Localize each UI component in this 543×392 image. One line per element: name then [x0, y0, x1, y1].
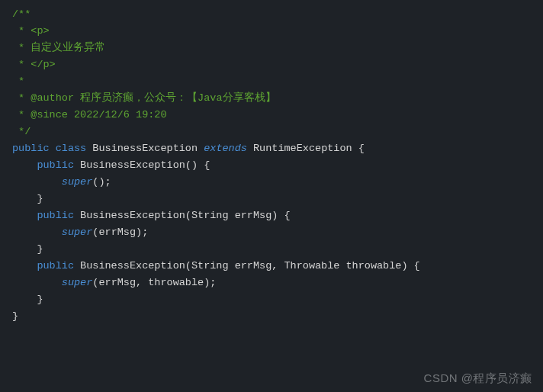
- comment-line: * 自定义业务异常: [12, 40, 531, 56]
- comment-line: /**: [12, 6, 531, 23]
- comment-line: */: [12, 124, 531, 140]
- comment-line: * </p>: [12, 56, 531, 73]
- watermark-text: CSDN @程序员济癫: [424, 370, 532, 387]
- close-brace: }: [12, 241, 531, 258]
- code-block: /** * <p> * 自定义业务异常 * </p> * * @author 程…: [12, 6, 531, 325]
- close-brace: }: [12, 291, 531, 308]
- constructor-body: super(errMsg);: [12, 224, 531, 241]
- constructor-body: super();: [12, 174, 531, 191]
- comment-line: * @author 程序员济癫，公众号：【Java分享客栈】: [12, 90, 531, 107]
- comment-line: * @since 2022/12/6 19:20: [12, 107, 531, 124]
- close-brace: }: [12, 191, 531, 207]
- comment-line: *: [12, 73, 531, 90]
- constructor-signature: public BusinessException(String errMsg, …: [12, 258, 531, 275]
- constructor-signature: public BusinessException() {: [12, 157, 531, 174]
- constructor-body: super(errMsg, throwable);: [12, 275, 531, 291]
- close-brace: }: [12, 308, 531, 325]
- class-declaration: public class BusinessException extends R…: [12, 140, 531, 157]
- constructor-signature: public BusinessException(String errMsg) …: [12, 207, 531, 224]
- comment-line: * <p>: [12, 23, 531, 40]
